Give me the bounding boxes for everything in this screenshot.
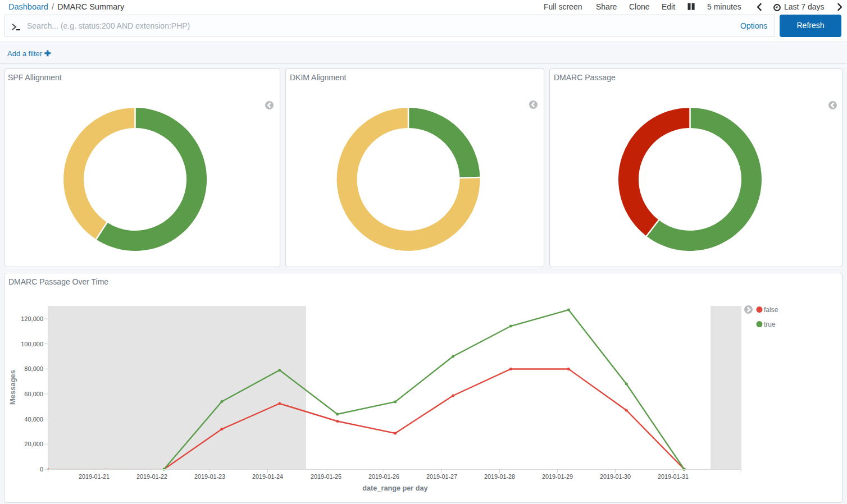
svg-text:2019-01-29: 2019-01-29 xyxy=(542,473,573,480)
svg-text:2019-01-27: 2019-01-27 xyxy=(426,473,457,480)
svg-text:80,000: 80,000 xyxy=(24,365,43,372)
svg-text:false: false xyxy=(764,306,778,314)
svg-text:2019-01-23: 2019-01-23 xyxy=(194,473,225,480)
svg-text:2019-01-25: 2019-01-25 xyxy=(311,473,341,480)
svg-text:2019-01-22: 2019-01-22 xyxy=(136,473,167,480)
svg-text:60,000: 60,000 xyxy=(24,391,43,397)
svg-text:20,000: 20,000 xyxy=(24,441,43,447)
svg-text:2019-01-30: 2019-01-30 xyxy=(600,473,631,480)
svg-text:0: 0 xyxy=(40,466,43,473)
svg-text:2019-01-21: 2019-01-21 xyxy=(79,473,110,480)
svg-text:40,000: 40,000 xyxy=(24,416,43,423)
svg-text:120,000: 120,000 xyxy=(21,315,43,322)
svg-text:100,000: 100,000 xyxy=(21,341,43,347)
svg-text:2019-01-31: 2019-01-31 xyxy=(658,473,689,480)
svg-text:2019-01-26: 2019-01-26 xyxy=(368,473,399,480)
svg-text:date_range per day: date_range per day xyxy=(362,484,427,492)
svg-text:2019-01-24: 2019-01-24 xyxy=(252,473,283,480)
svg-text:2019-01-28: 2019-01-28 xyxy=(484,473,515,480)
svg-text:Messages: Messages xyxy=(8,370,17,405)
svg-text:true: true xyxy=(764,320,776,328)
